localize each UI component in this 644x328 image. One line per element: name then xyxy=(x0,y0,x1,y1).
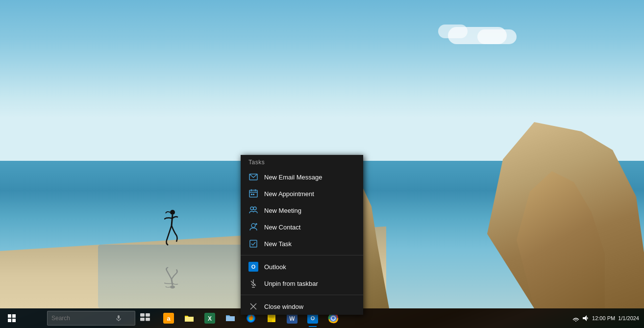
meeting-icon xyxy=(248,205,258,215)
new-contact-label: New Contact xyxy=(264,224,300,231)
clock: 12:00 PM xyxy=(592,315,615,321)
svg-rect-34 xyxy=(268,319,272,322)
close-icon xyxy=(248,302,258,311)
menu-divider-2 xyxy=(241,295,363,295)
svg-point-10 xyxy=(253,207,256,210)
svg-point-48 xyxy=(575,321,576,322)
network-icon xyxy=(572,315,579,322)
menu-item-close[interactable]: Close window xyxy=(241,298,363,315)
svg-rect-14 xyxy=(250,240,257,247)
svg-text:a: a xyxy=(167,315,171,322)
svg-marker-49 xyxy=(583,315,587,321)
explorer-icon xyxy=(184,313,195,324)
unpin-label: Unpin from taskbar xyxy=(264,280,318,287)
svg-rect-20 xyxy=(118,315,120,319)
context-menu: Tasks New Email Message New Appointment xyxy=(241,155,363,315)
menu-section-tasks: Tasks xyxy=(241,155,363,169)
svg-rect-7 xyxy=(251,194,252,195)
close-label: Close window xyxy=(264,303,303,310)
menu-item-new-contact[interactable]: New Contact xyxy=(241,219,363,235)
svg-point-11 xyxy=(251,224,255,227)
microphone-icon xyxy=(115,315,122,322)
unpin-icon xyxy=(248,278,258,288)
start-button[interactable] xyxy=(0,308,24,328)
menu-item-new-appointment[interactable]: New Appointment xyxy=(241,185,363,202)
explorer-taskbar-icon[interactable] xyxy=(179,308,199,328)
new-appointment-label: New Appointment xyxy=(264,190,314,198)
volume-icon xyxy=(582,315,589,322)
email-icon xyxy=(248,172,258,182)
svg-point-9 xyxy=(250,207,253,210)
task-icon xyxy=(248,239,258,249)
amazon-icon: a xyxy=(163,313,174,324)
svg-text:O: O xyxy=(311,315,315,321)
new-email-label: New Email Message xyxy=(264,174,322,181)
runner-icon xyxy=(164,208,179,252)
outlook-label: Outlook xyxy=(264,263,286,271)
menu-item-new-task[interactable]: New Task xyxy=(241,235,363,252)
menu-item-unpin[interactable]: Unpin from taskbar xyxy=(241,275,363,292)
taskview-button[interactable] xyxy=(135,308,155,328)
menu-item-new-meeting[interactable]: New Meeting xyxy=(241,202,363,219)
active-indicator xyxy=(309,326,317,327)
svg-point-0 xyxy=(170,210,175,215)
excel-icon: X xyxy=(204,313,215,324)
amazon-taskbar-icon[interactable]: a xyxy=(159,308,178,328)
windows-logo-icon xyxy=(8,314,16,322)
new-meeting-label: New Meeting xyxy=(264,207,301,214)
excel-taskbar-icon[interactable]: X xyxy=(200,308,220,328)
svg-point-47 xyxy=(332,317,335,320)
date: 1/1/2024 xyxy=(618,315,639,321)
folder-icon xyxy=(225,313,236,324)
svg-text:W: W xyxy=(289,315,295,322)
svg-rect-24 xyxy=(140,318,145,321)
taskbar-search[interactable] xyxy=(47,311,135,326)
new-task-label: New Task xyxy=(264,240,292,248)
menu-item-new-email[interactable]: New Email Message xyxy=(241,169,363,185)
menu-divider-1 xyxy=(241,255,363,255)
svg-rect-23 xyxy=(146,313,150,317)
taskview-icon xyxy=(140,313,150,324)
svg-rect-25 xyxy=(146,318,150,321)
folder-taskbar-icon[interactable] xyxy=(221,308,240,328)
search-input[interactable] xyxy=(51,315,115,322)
svg-text:X: X xyxy=(208,315,212,322)
contact-icon xyxy=(248,222,258,232)
svg-rect-8 xyxy=(253,194,254,195)
svg-point-1 xyxy=(170,285,175,288)
taskbar-right: 12:00 PM 1/1/2024 xyxy=(572,315,644,322)
menu-item-outlook[interactable]: O Outlook xyxy=(241,258,363,275)
runner-reflection-icon xyxy=(164,263,179,289)
outlook-app-icon: O xyxy=(248,262,258,272)
appointment-icon xyxy=(248,189,258,199)
svg-rect-22 xyxy=(140,313,145,317)
